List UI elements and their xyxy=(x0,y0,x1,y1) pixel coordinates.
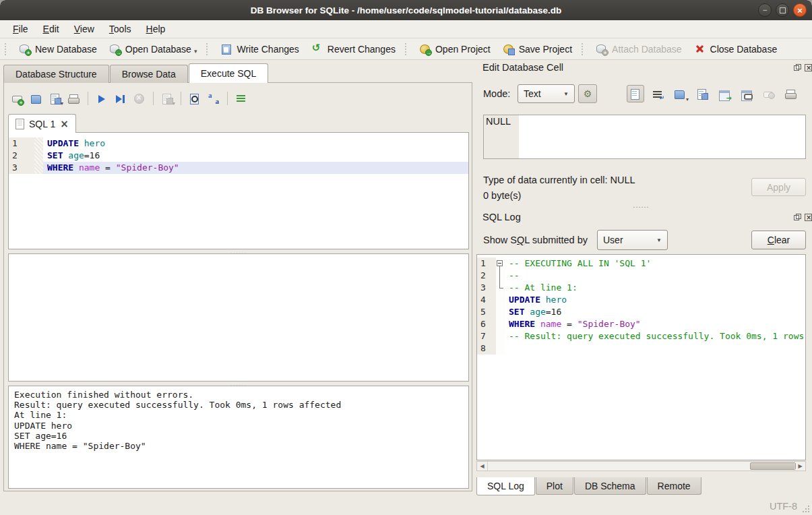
text-view-mode-button[interactable] xyxy=(627,85,644,102)
code-text: SET age=16 xyxy=(43,150,468,162)
toolbar-separator xyxy=(181,92,181,105)
line-number: 4 xyxy=(477,294,496,306)
log-filter-select[interactable]: User ▼ xyxy=(597,230,668,250)
close-dock-icon[interactable] xyxy=(805,64,812,71)
revert-changes-button[interactable]: Revert Changes xyxy=(305,41,402,57)
line-number: 6 xyxy=(477,318,496,330)
cell-value-editor[interactable]: NULL xyxy=(483,115,806,159)
toolbar-separator xyxy=(405,43,410,55)
token: age xyxy=(68,150,84,160)
menu-help[interactable]: Help xyxy=(139,22,173,36)
dock-splitter[interactable]: ...... xyxy=(476,203,806,207)
menu-view[interactable]: View xyxy=(67,22,102,36)
export-to-file-button[interactable] xyxy=(693,85,711,102)
code-text: SET age=16 xyxy=(505,306,805,318)
fold-margin xyxy=(496,270,505,282)
db-new-icon: + xyxy=(19,43,31,55)
token: = xyxy=(561,319,577,329)
titlebar[interactable]: DB Browser for SQLite - /home/user/code/… xyxy=(0,0,812,20)
execute-all-icon xyxy=(96,93,108,104)
code-text: WHERE name = "Spider-Boy" xyxy=(43,162,468,174)
new-database-button[interactable]: +New Database xyxy=(13,41,103,57)
menu-tools[interactable]: Tools xyxy=(102,22,139,36)
scroll-left-icon[interactable]: ◀ xyxy=(477,462,488,471)
auto-apply-button[interactable]: ⚙ xyxy=(578,84,597,103)
float-dock-icon[interactable] xyxy=(794,214,801,221)
toolbar-button-label: New Database xyxy=(35,44,97,55)
maximize-glyph xyxy=(780,7,786,13)
chevron-down-icon: ▾ xyxy=(61,100,63,107)
fold-marker-icon[interactable] xyxy=(496,258,505,270)
write-changes-button[interactable]: Write Changes xyxy=(214,41,305,57)
import-from-file-button[interactable]: ▾ xyxy=(671,85,689,102)
dock-tab-db-schema[interactable]: DB Schema xyxy=(574,477,646,495)
fold-margin xyxy=(34,162,43,174)
print-icon xyxy=(68,93,80,104)
dock-tab-sql-log[interactable]: SQL Log xyxy=(476,477,535,495)
code-text: -- EXECUTING ALL IN 'SQL 1' xyxy=(505,258,805,270)
close-icon[interactable]: × xyxy=(793,3,807,17)
main-toolbar: +New Database→Open Database▾Write Change… xyxy=(0,38,812,60)
stop-icon xyxy=(133,93,146,104)
sql-file-icon xyxy=(15,119,24,129)
cell-type-info: Type of data currently in cell: NULL xyxy=(483,175,635,185)
sql-editor[interactable]: 1UPDATE hero2SET age=163WHERE name = "Sp… xyxy=(8,132,469,249)
open-in-app-button[interactable] xyxy=(716,85,733,102)
sql-tab-label: SQL 1 xyxy=(29,119,55,129)
scrollbar-thumb[interactable] xyxy=(750,462,796,470)
save-sql-file-icon xyxy=(49,93,61,104)
link-data-button[interactable] xyxy=(738,85,755,102)
token: SET xyxy=(47,150,68,160)
find-replace-button[interactable] xyxy=(205,90,222,107)
dock-tab-remote[interactable]: Remote xyxy=(647,477,701,495)
word-wrap-button[interactable] xyxy=(649,85,666,102)
maximize-icon[interactable] xyxy=(776,3,789,17)
menubar: FileEditViewToolsHelp xyxy=(0,20,812,38)
open-project-button[interactable]: →Open Project xyxy=(413,41,497,57)
toolbar-separator xyxy=(5,43,9,55)
open-database-button[interactable]: →Open Database▾ xyxy=(103,41,204,57)
tab-browse-data[interactable]: Browse Data xyxy=(110,65,188,83)
execute-current-line-button[interactable] xyxy=(112,90,129,107)
results-grid-pane[interactable] xyxy=(8,253,469,382)
execute-all-button[interactable] xyxy=(93,90,111,107)
mode-select[interactable]: Text ▼ xyxy=(518,84,575,103)
tab-close-icon[interactable]: × xyxy=(60,119,69,129)
tab-execute-sql[interactable]: Execute SQL xyxy=(189,63,269,83)
encoding-indicator[interactable]: UTF-8 xyxy=(770,501,797,512)
toolbar-button-label: Close Database xyxy=(710,44,778,55)
open-sql-file-icon xyxy=(30,93,42,104)
open-sql-file-button[interactable] xyxy=(28,90,45,107)
dock-tab-bar: SQL LogPlotDB SchemaRemote xyxy=(476,477,702,495)
code-line: 7-- Result: query executed successfully.… xyxy=(477,330,805,342)
fold-margin xyxy=(496,330,505,342)
close-dock-icon[interactable] xyxy=(805,214,812,221)
toolbar-separator xyxy=(582,43,586,55)
print-cell-button[interactable] xyxy=(782,85,800,102)
tab-database-structure[interactable]: Database Structure xyxy=(3,65,109,83)
log-horizontal-scrollbar[interactable]: ◀ ▶ xyxy=(476,461,806,471)
dock-tab-plot[interactable]: Plot xyxy=(536,477,573,495)
menu-edit[interactable]: Edit xyxy=(36,22,67,36)
menu-file[interactable]: File xyxy=(5,22,36,36)
toolbar-button-label: Revert Changes xyxy=(327,44,396,55)
clear-log-button[interactable]: Clear xyxy=(751,231,806,249)
execute-sql-panel: +▾▾ SQL 1 × 1UPDATE hero2SET age=163WHER… xyxy=(3,82,472,491)
float-dock-icon[interactable] xyxy=(794,64,801,71)
save-sql-file-button[interactable]: ▾ xyxy=(46,90,64,107)
scroll-right-icon[interactable]: ▶ xyxy=(794,462,805,471)
sql-log-view[interactable]: 1-- EXECUTING ALL IN 'SQL 1'2--3-- At li… xyxy=(476,254,806,460)
find-button[interactable] xyxy=(186,90,204,107)
code-line: 6WHERE name = "Spider-Boy" xyxy=(477,318,805,330)
new-tab-button[interactable]: + xyxy=(9,90,26,107)
resize-grip[interactable] xyxy=(802,505,810,513)
sql-file-tab[interactable]: SQL 1 × xyxy=(8,114,76,133)
minimize-icon[interactable]: − xyxy=(758,3,772,17)
chevron-down-icon[interactable]: ▾ xyxy=(194,48,197,55)
print-button[interactable] xyxy=(65,90,83,107)
format-sql-button[interactable] xyxy=(232,90,250,107)
execution-message-pane[interactable]: Execution finished without errors. Resul… xyxy=(8,386,469,489)
word-wrap-icon xyxy=(652,88,664,100)
close-database-button[interactable]: Close Database xyxy=(688,41,784,57)
save-project-button[interactable]: Save Project xyxy=(497,41,578,57)
